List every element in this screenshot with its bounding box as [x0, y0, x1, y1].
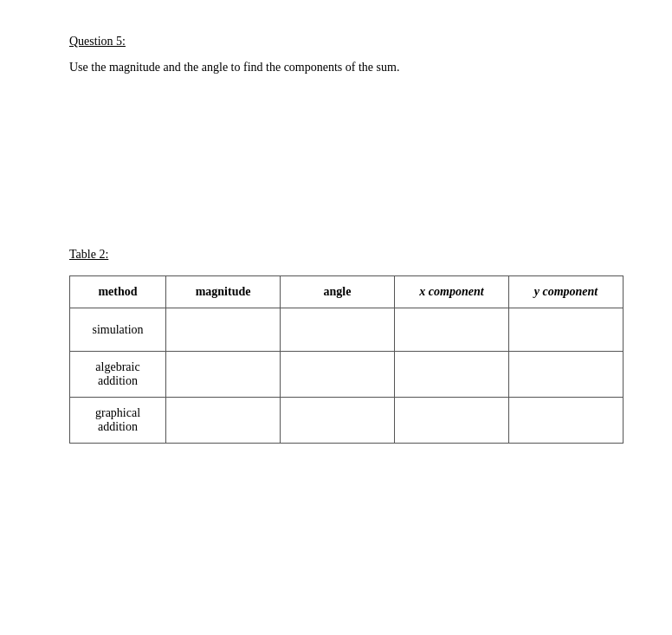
table-row-algebraic: algebraicaddition [70, 352, 624, 398]
cell-algebraic-magnitude[interactable] [166, 352, 281, 398]
col-header-x-component: x component [395, 276, 509, 308]
cell-graphical-angle[interactable] [281, 398, 395, 444]
cell-simulation-angle[interactable] [281, 308, 395, 352]
row-label-simulation: simulation [70, 308, 166, 352]
row-label-algebraic: algebraicaddition [70, 352, 166, 398]
cell-simulation-y[interactable] [508, 308, 623, 352]
table-row-simulation: simulation [70, 308, 624, 352]
question-title: Question 5: [69, 35, 603, 49]
cell-simulation-x[interactable] [395, 308, 509, 352]
table-row-graphical: graphicaladdition [70, 398, 624, 444]
row-label-graphical: graphicaladdition [70, 398, 166, 444]
col-header-y-component: y component [508, 276, 623, 308]
question-text: Use the magnitude and the angle to find … [69, 61, 603, 75]
data-table: method magnitude angle x component y com… [69, 275, 624, 444]
cell-algebraic-y[interactable] [508, 352, 623, 398]
table-title: Table 2: [69, 248, 603, 262]
cell-simulation-magnitude[interactable] [166, 308, 281, 352]
cell-graphical-x[interactable] [395, 398, 509, 444]
cell-graphical-y[interactable] [508, 398, 623, 444]
col-header-method: method [70, 276, 166, 308]
cell-algebraic-x[interactable] [395, 352, 509, 398]
col-header-magnitude: magnitude [166, 276, 281, 308]
cell-algebraic-angle[interactable] [281, 352, 395, 398]
col-header-angle: angle [281, 276, 395, 308]
cell-graphical-magnitude[interactable] [166, 398, 281, 444]
